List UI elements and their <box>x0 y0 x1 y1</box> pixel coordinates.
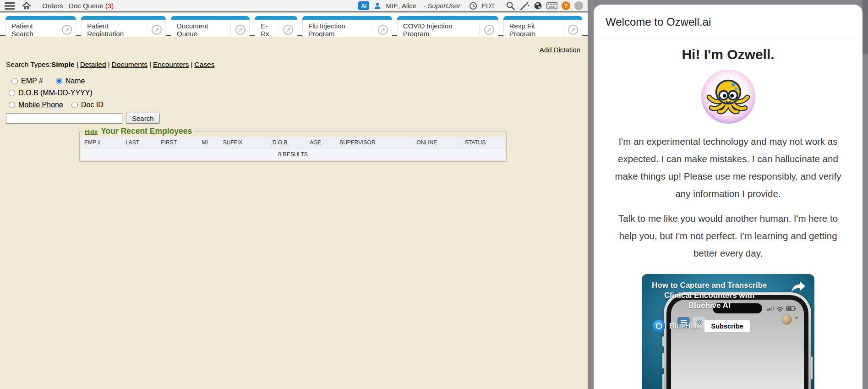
column-mi[interactable]: MI <box>198 137 219 148</box>
radio-dob[interactable] <box>9 90 15 96</box>
search-type-cases-link[interactable]: Cases <box>194 60 214 68</box>
search-type-detailed-link[interactable]: Detailed <box>80 60 106 68</box>
tab-label: Patient Registration <box>87 22 142 38</box>
recent-employees-title: Your Recent Employees <box>101 126 192 136</box>
home-icon[interactable] <box>22 2 31 10</box>
user-icon[interactable] <box>373 2 382 10</box>
external-link-icon: ↗ <box>62 25 72 35</box>
column-status[interactable]: STATUS <box>461 137 505 148</box>
radio-emp-number[interactable] <box>11 78 18 84</box>
hide-recent-employees-link[interactable]: Hide <box>85 128 98 135</box>
external-link-icon: ↗ <box>484 25 494 35</box>
radio-emp-number-label: EMP # <box>21 77 43 85</box>
separator: | <box>149 60 151 68</box>
column-last[interactable]: LAST <box>122 137 157 148</box>
ai-badge[interactable]: AI <box>358 1 369 10</box>
breadcrumb-doc-queue[interactable]: Doc Queue (3) <box>69 2 114 10</box>
search-icon[interactable] <box>506 1 515 11</box>
column-dob[interactable]: D.O.B <box>269 137 306 148</box>
open-in-new-window-button[interactable]: ↗ <box>479 25 498 35</box>
status-indicator-circle[interactable] <box>574 1 583 10</box>
tab-label: COVID Injection Program <box>403 22 475 38</box>
results-count-text: 0 RESULTS <box>81 148 505 161</box>
ozwell-octopus-avatar <box>700 69 756 125</box>
external-link-icon: ↗ <box>152 25 162 35</box>
tab-accent-bar <box>503 16 582 20</box>
separator: | <box>108 60 110 68</box>
clock-icon[interactable] <box>469 2 477 10</box>
search-type-encounters-link[interactable]: Encounters <box>153 60 189 68</box>
hamburger-menu-icon[interactable] <box>5 2 15 10</box>
column-first[interactable]: FIRST <box>157 137 198 148</box>
column-emp-number: EMP # <box>81 137 122 148</box>
external-link-icon: ↗ <box>283 25 293 35</box>
radio-mobile-phone-label[interactable]: Mobile Phone <box>18 101 63 109</box>
external-link-icon: ↗ <box>235 25 246 35</box>
table-header-row: EMP # LAST FIRST MI SUFFIX D.O.B AGE SUP… <box>81 137 505 148</box>
bluehive-channel-avatar[interactable] <box>653 320 665 332</box>
column-suffix[interactable]: SUFFIX <box>219 137 269 148</box>
separator: | <box>191 60 192 68</box>
globe-icon[interactable] <box>534 1 542 10</box>
video-channel-row: BlueHive Subscribe <box>653 320 750 332</box>
separator: | <box>76 60 78 68</box>
search-button[interactable]: Search <box>126 113 160 124</box>
add-dictation-link[interactable]: Add Dictation <box>540 46 580 54</box>
search-types-label: Search Types: <box>6 60 51 68</box>
user-role: - SuperUser <box>423 2 460 10</box>
top-bar: Orders Doc Queue (3) AI MIE, Alice - Sup… <box>0 0 588 12</box>
employee-search-page: Add Dictation Search Types:Simple|Detail… <box>0 37 588 389</box>
tab-accent-bar <box>81 16 166 20</box>
open-in-new-window-button[interactable]: ↗ <box>278 25 297 35</box>
radio-mobile-phone[interactable] <box>9 102 15 108</box>
quick-access-tab-row: Patient Search ↗ Patient Registration ↗ … <box>0 13 588 36</box>
search-input[interactable] <box>6 113 122 124</box>
ozwell-panel-backdrop: Welcome to Ozwell.ai Hi! I'm Ozwell. <box>588 0 868 389</box>
panel-scrollbar[interactable] <box>863 0 868 54</box>
magic-wand-icon[interactable] <box>519 1 530 11</box>
recent-employees-fieldset: Hide Your Recent Employees EMP # LAST FI… <box>79 126 507 162</box>
recent-employees-legend: Hide Your Recent Employees <box>82 126 194 136</box>
user-name: MIE, Alice <box>386 2 416 10</box>
tab-label: Document Queue <box>177 22 226 38</box>
phone-screen-swoosh <box>671 372 804 389</box>
tab-label: E-Rx <box>261 22 273 38</box>
open-in-new-window-button[interactable]: ↗ <box>147 25 165 35</box>
doc-queue-label: Doc Queue <box>69 2 104 10</box>
tab-accent-bar <box>255 16 297 20</box>
open-in-new-window-button[interactable]: ↗ <box>57 25 76 35</box>
search-type-documents-link[interactable]: Documents <box>112 60 147 68</box>
open-in-new-window-button[interactable]: ↗ <box>230 25 249 35</box>
radio-doc-id-label: Doc ID <box>81 101 104 109</box>
radio-name-label: Name <box>66 77 85 85</box>
column-online[interactable]: ONLINE <box>413 137 461 148</box>
tab-accent-bar <box>302 16 392 20</box>
open-in-new-window-button[interactable]: ↗ <box>373 25 392 35</box>
subscribe-button[interactable]: Subscribe <box>704 320 749 332</box>
help-icon[interactable]: ? <box>562 1 570 10</box>
share-icon[interactable] <box>791 280 806 295</box>
open-in-new-window-button[interactable]: ↗ <box>563 25 582 35</box>
youtube-video-embed[interactable]: How to Capture and Transcribe Clinical E… <box>642 274 814 389</box>
phone-status-icons <box>767 305 797 312</box>
radio-name[interactable] <box>56 78 62 84</box>
ehr-application: Orders Doc Queue (3) AI MIE, Alice - Sup… <box>0 0 588 389</box>
search-type-simple-active: Simple <box>51 60 75 68</box>
tab-accent-bar <box>171 16 250 20</box>
guidance-paragraph: Talk to me like you would another human.… <box>611 210 845 262</box>
phone-user-avatar <box>781 314 792 325</box>
disclaimer-paragraph: I'm an experimental technology and may n… <box>611 133 845 203</box>
breadcrumb-orders[interactable]: Orders <box>42 2 63 10</box>
tab-accent-bar <box>5 16 76 20</box>
timezone-label: EDT <box>481 2 495 10</box>
external-link-icon: ↗ <box>568 25 578 35</box>
radio-doc-id[interactable] <box>71 102 78 108</box>
search-types-bar: Search Types:Simple|Detailed|Documents|E… <box>6 60 214 69</box>
doc-queue-count-badge: (3) <box>105 2 114 10</box>
external-link-icon: ↗ <box>378 25 388 35</box>
keyboard-icon[interactable] <box>546 2 557 10</box>
column-age: AGE <box>306 137 336 148</box>
topbar-right-cluster: AI MIE, Alice - SuperUser EDT ? <box>358 1 583 11</box>
tab-label: Patient Search <box>11 22 52 38</box>
channel-name[interactable]: BlueHive <box>669 322 700 330</box>
